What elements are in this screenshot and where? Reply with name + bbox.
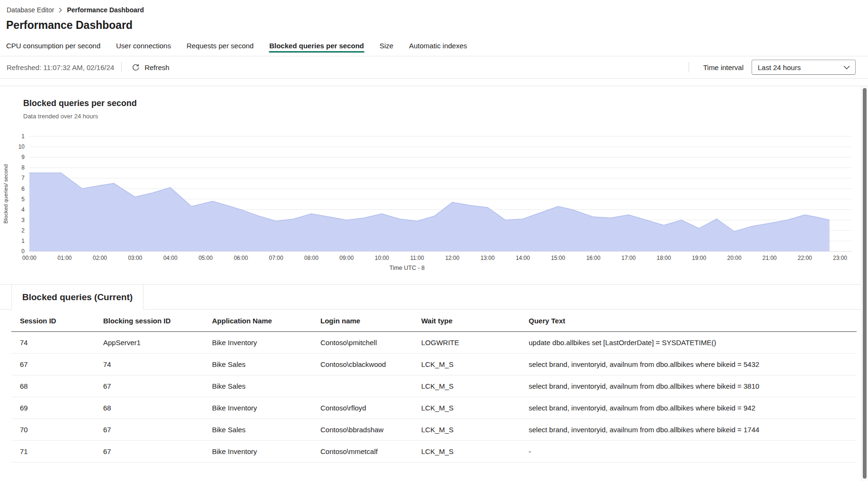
page-title: Performance Dashboard bbox=[0, 19, 868, 32]
tab-cpu-consumption-per-second[interactable]: CPU consumption per second bbox=[6, 39, 101, 56]
time-interval-dropdown[interactable]: Last 24 hours bbox=[752, 60, 856, 75]
table-cell: LCK_M_S bbox=[413, 426, 520, 434]
tab-size[interactable]: Size bbox=[379, 39, 394, 56]
breadcrumb-item-performance-dashboard: Performance Dashboard bbox=[67, 6, 144, 14]
table-cell: 67 bbox=[11, 360, 95, 368]
table-cell: Bike Inventory bbox=[204, 404, 312, 412]
svg-text:12:00: 12:00 bbox=[445, 255, 460, 261]
breadcrumb-chevron-icon bbox=[58, 8, 62, 13]
table-cell: select brand, inventoryid, availnum from… bbox=[520, 360, 857, 368]
svg-text:22:00: 22:00 bbox=[797, 255, 812, 261]
svg-text:09:00: 09:00 bbox=[339, 255, 354, 261]
tab-user-connections[interactable]: User connections bbox=[115, 39, 171, 56]
table-cell: LOGWRITE bbox=[413, 338, 520, 347]
svg-text:01:00: 01:00 bbox=[57, 255, 71, 261]
table-cell: 69 bbox=[11, 404, 95, 412]
table-row[interactable]: 7067Bike SalesContoso\bbradshawLCK_M_Sse… bbox=[11, 419, 857, 441]
svg-text:10:00: 10:00 bbox=[375, 255, 389, 261]
column-header-application-name: Application Name bbox=[204, 317, 312, 325]
table-cell: LCK_M_S bbox=[413, 447, 520, 455]
svg-text:17:00: 17:00 bbox=[621, 255, 636, 261]
time-interval-label: Time interval bbox=[703, 63, 744, 71]
table-cell: LCK_M_S bbox=[413, 360, 520, 368]
svg-text:Blocked queries/ second: Blocked queries/ second bbox=[3, 164, 9, 223]
tab-blocked-queries-current[interactable]: Blocked queries (Current) bbox=[11, 285, 143, 310]
svg-text:9: 9 bbox=[21, 154, 25, 160]
svg-text:11:00: 11:00 bbox=[410, 255, 424, 261]
tab-blocked-queries-per-second[interactable]: Blocked queries per second bbox=[269, 39, 364, 56]
svg-text:23:00: 23:00 bbox=[833, 255, 847, 261]
svg-text:16:00: 16:00 bbox=[586, 255, 601, 261]
refresh-button[interactable]: Refresh bbox=[129, 62, 172, 73]
table-row[interactable]: 6774Bike SalesContoso\cblackwoodLCK_M_Ss… bbox=[11, 354, 857, 375]
tab-bar: CPU consumption per secondUser connectio… bbox=[0, 39, 868, 56]
chevron-down-icon bbox=[843, 65, 850, 70]
svg-text:05:00: 05:00 bbox=[198, 255, 213, 261]
table-cell: select brand, inventoryid, availnum from… bbox=[520, 404, 857, 412]
svg-text:6: 6 bbox=[21, 186, 25, 192]
svg-text:0: 0 bbox=[21, 248, 25, 255]
scrollbar-thumb[interactable] bbox=[863, 88, 867, 479]
table-cell: select brand, inventoryid, availnum from… bbox=[520, 382, 857, 390]
svg-text:14:00: 14:00 bbox=[516, 255, 530, 261]
svg-text:02:00: 02:00 bbox=[93, 255, 107, 261]
table-row[interactable]: 6867Bike SalesLCK_M_Sselect brand, inven… bbox=[11, 375, 857, 397]
svg-text:1: 1 bbox=[21, 238, 25, 244]
table-row[interactable]: 74AppServer1Bike InventoryContoso\pmitch… bbox=[11, 332, 857, 354]
table-cell: 70 bbox=[11, 426, 95, 434]
svg-text:19:00: 19:00 bbox=[692, 255, 706, 261]
svg-text:18:00: 18:00 bbox=[657, 255, 671, 261]
svg-text:15:00: 15:00 bbox=[551, 255, 565, 261]
chart-subtitle: Data trended over 24 hours bbox=[23, 113, 868, 120]
toolbar: Refreshed: 11:07:32 AM, 02/16/24 Refresh… bbox=[0, 56, 868, 79]
table-cell: 74 bbox=[11, 338, 95, 347]
table-cell: 67 bbox=[95, 382, 204, 390]
column-header-wait-type: Wait type bbox=[413, 317, 520, 325]
breadcrumb: Database Editor Performance Dashboard bbox=[0, 0, 868, 14]
breadcrumb-item-database-editor[interactable]: Database Editor bbox=[7, 6, 54, 14]
table-cell: Bike Inventory bbox=[204, 338, 312, 347]
table-cell: - bbox=[520, 447, 857, 455]
svg-text:5: 5 bbox=[21, 196, 25, 203]
svg-text:04:00: 04:00 bbox=[163, 255, 177, 261]
svg-text:07:00: 07:00 bbox=[269, 255, 283, 261]
table-row[interactable]: 6968Bike InventoryContoso\rfloydLCK_M_Ss… bbox=[11, 397, 857, 419]
svg-text:Time UTC - 8: Time UTC - 8 bbox=[390, 265, 425, 271]
table-cell: 67 bbox=[95, 426, 204, 434]
svg-text:3: 3 bbox=[21, 217, 25, 223]
column-header-session-id: Session ID bbox=[11, 317, 95, 325]
column-header-blocking-session-id: Blocking session ID bbox=[95, 317, 204, 325]
svg-text:03:00: 03:00 bbox=[128, 255, 142, 261]
table-header-row: Session ID Blocking session ID Applicati… bbox=[11, 310, 857, 332]
table-cell: 68 bbox=[95, 404, 204, 412]
table-cell: 71 bbox=[11, 447, 95, 455]
refresh-icon bbox=[132, 63, 140, 71]
column-header-login-name: Login name bbox=[312, 317, 413, 325]
table-cell: update dbo.allbikes set [LastOrderDate] … bbox=[520, 338, 857, 347]
table-cell: Bike Sales bbox=[204, 360, 312, 368]
table-cell: Bike Sales bbox=[204, 382, 312, 390]
table-cell: Contoso\rfloyd bbox=[312, 404, 413, 412]
content-region: Blocked queries per second Data trended … bbox=[0, 86, 868, 481]
svg-text:8: 8 bbox=[21, 164, 25, 171]
svg-text:08:00: 08:00 bbox=[304, 255, 319, 261]
table-row[interactable]: 7167Bike InventoryContoso\mmetcalfLCK_M_… bbox=[11, 441, 857, 463]
svg-text:1: 1 bbox=[21, 133, 25, 140]
tab-automatic-indexes[interactable]: Automatic indexes bbox=[408, 39, 468, 56]
svg-text:7: 7 bbox=[21, 175, 25, 181]
svg-text:10: 10 bbox=[18, 143, 25, 150]
svg-text:13:00: 13:00 bbox=[480, 255, 495, 261]
tab-requests-per-second[interactable]: Requests per second bbox=[186, 39, 254, 56]
table-cell: 68 bbox=[11, 382, 95, 390]
column-header-query-text: Query Text bbox=[520, 317, 857, 325]
svg-text:4: 4 bbox=[21, 206, 25, 213]
vertical-scrollbar[interactable] bbox=[861, 86, 868, 481]
refreshed-timestamp: Refreshed: 11:07:32 AM, 02/16/24 bbox=[7, 63, 114, 71]
svg-text:2: 2 bbox=[21, 227, 25, 234]
chart-title: Blocked queries per second bbox=[23, 98, 868, 108]
blocked-queries-section: Blocked queries (Current) Session ID Blo… bbox=[0, 284, 868, 463]
svg-text:06:00: 06:00 bbox=[234, 255, 248, 261]
table-cell: Bike Sales bbox=[204, 426, 312, 434]
table-body: 74AppServer1Bike InventoryContoso\pmitch… bbox=[0, 332, 868, 463]
table-cell: 74 bbox=[95, 360, 204, 368]
